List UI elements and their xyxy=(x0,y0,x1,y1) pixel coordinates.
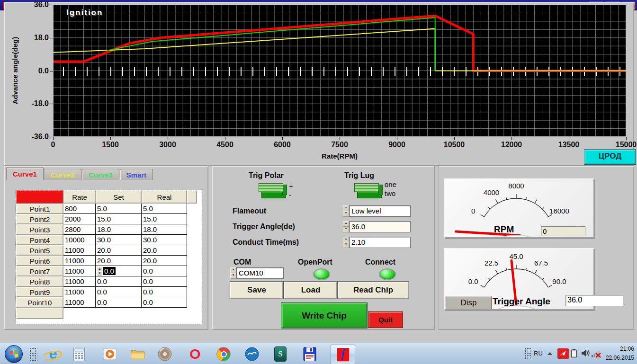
ignition-chart-plot xyxy=(53,5,626,137)
x-tick-label: 7500 xyxy=(331,141,348,149)
table-cell-spacer xyxy=(187,224,197,235)
crod-button[interactable]: ЦРОД xyxy=(584,150,636,164)
table-cell[interactable]: 20.0 xyxy=(142,256,187,266)
column-header[interactable]: Set xyxy=(96,190,142,204)
trig-polar-switch[interactable] xyxy=(259,180,286,199)
table-row: Point9110000.00.0 xyxy=(16,287,202,297)
download-manager-tray-icon[interactable] xyxy=(557,348,569,361)
row-select-header[interactable] xyxy=(16,190,63,204)
tab-curve2[interactable]: Curve2 xyxy=(44,169,81,180)
conduct-time-input[interactable]: 2.10 xyxy=(349,237,411,248)
table-header-row: RateSetReal xyxy=(16,190,202,204)
table-cell[interactable]: 15.0 xyxy=(96,214,142,224)
start-button[interactable] xyxy=(4,345,24,363)
openoffice-icon[interactable] xyxy=(243,345,260,363)
file-explorer-icon[interactable] xyxy=(129,345,146,363)
internet-explorer-icon[interactable]: e xyxy=(45,345,62,363)
gauge-panel: 04000800016000 RPM 0 0.022.545.067.590.0… xyxy=(438,166,634,330)
flameout-spinner[interactable]: ▲▼ xyxy=(343,205,349,217)
trig-lug-switch[interactable] xyxy=(354,180,382,199)
table-cell[interactable]: 0.0 xyxy=(142,276,187,287)
gauge-tick-label: 22.5 xyxy=(484,259,498,267)
row-header-point3[interactable]: Point3 xyxy=(16,224,63,235)
tab-curve3[interactable]: Curve3 xyxy=(82,169,119,180)
opera-icon[interactable]: O xyxy=(187,345,204,363)
volume-tray-icon[interactable] xyxy=(581,348,591,360)
floppy-save-icon[interactable] xyxy=(301,345,318,363)
media-player-icon[interactable] xyxy=(101,345,118,363)
save-button[interactable]: Save xyxy=(230,282,283,299)
table-cell[interactable]: 20.0 xyxy=(96,256,142,266)
com-spinner[interactable]: ▲▼ xyxy=(230,267,236,279)
table-cell[interactable]: ▲▼0.0 xyxy=(96,266,142,276)
selected-cell-value[interactable]: 0.0 xyxy=(103,267,116,275)
tab-smart[interactable]: Smart xyxy=(120,169,153,180)
table-cell[interactable]: 15.0 xyxy=(142,214,187,224)
row-header-point2[interactable]: Point2 xyxy=(16,214,63,224)
table-cell[interactable]: 30.0 xyxy=(96,235,142,245)
column-header[interactable] xyxy=(187,190,197,204)
table-cell[interactable]: 10000 xyxy=(63,235,96,245)
cell-spinner[interactable]: ▲▼ xyxy=(97,267,102,275)
table-cell[interactable]: 0.0 xyxy=(142,297,187,308)
table-cell[interactable]: 20.0 xyxy=(96,245,142,256)
row-header-point7[interactable]: Point7 xyxy=(16,266,63,276)
table-cell[interactable]: 5.0 xyxy=(142,204,187,214)
row-header-point6[interactable]: Point6 xyxy=(16,256,63,266)
row-header-point8[interactable]: Point8 xyxy=(16,276,63,287)
disp-button[interactable]: Disp xyxy=(445,296,492,310)
table-cell[interactable]: 800 xyxy=(63,204,96,214)
com-label: COM xyxy=(233,258,251,266)
read-chip-button[interactable]: Read Chip xyxy=(338,282,409,299)
tab-curve1[interactable]: Curve1 xyxy=(6,167,44,180)
table-cell[interactable]: 20.0 xyxy=(142,245,187,256)
table-cell[interactable]: 11000 xyxy=(63,297,96,308)
row-header-empty[interactable] xyxy=(16,308,63,319)
table-cell[interactable]: 0.0 xyxy=(142,266,187,276)
disc-burner-icon[interactable] xyxy=(156,345,173,363)
write-chip-button[interactable]: Write Chip xyxy=(281,303,367,328)
tray-time: 21:06 xyxy=(592,345,634,354)
trigger-angle-spinner[interactable]: ▲▼ xyxy=(343,221,349,232)
show-hidden-icons-button[interactable] xyxy=(547,352,552,355)
calculator-icon[interactable] xyxy=(71,345,88,363)
load-button[interactable]: Load xyxy=(284,282,337,299)
table-cell[interactable]: 0.0 xyxy=(142,287,187,297)
row-header-point5[interactable]: Point5 xyxy=(16,245,63,256)
chrome-icon[interactable] xyxy=(215,345,232,363)
table-cell[interactable]: 11000 xyxy=(63,245,96,256)
row-header-point1[interactable]: Point1 xyxy=(16,204,63,214)
table-cell[interactable]: 18.0 xyxy=(142,224,187,235)
language-indicator[interactable]: RU xyxy=(534,350,543,357)
teal-app-icon[interactable]: S xyxy=(272,345,289,363)
table-cell[interactable]: 0.0 xyxy=(96,276,142,287)
table-cell[interactable]: 2000 xyxy=(63,214,96,224)
battery-tray-icon[interactable] xyxy=(571,348,577,360)
row-header-point10[interactable]: Point10 xyxy=(16,297,63,308)
table-cell[interactable]: 18.0 xyxy=(96,224,142,235)
row-header-point4[interactable]: Point4 xyxy=(16,235,63,245)
table-cell[interactable]: 11000 xyxy=(63,266,96,276)
table-cell[interactable]: 11000 xyxy=(63,256,96,266)
table-cell[interactable]: 2800 xyxy=(63,224,96,235)
flameout-input[interactable]: Low level xyxy=(349,205,411,217)
trigger-angle-input[interactable]: 36.0 xyxy=(349,221,411,232)
table-cell[interactable]: 0.0 xyxy=(96,297,142,308)
x-tick-label: 0 xyxy=(51,141,55,149)
row-header-point9[interactable]: Point9 xyxy=(16,287,63,297)
table-cell[interactable]: 0.0 xyxy=(96,287,142,297)
table-cell-spacer xyxy=(187,276,197,287)
com-port-input[interactable]: COM10 xyxy=(236,267,284,279)
conduct-time-spinner[interactable]: ▲▼ xyxy=(343,237,349,248)
table-cell[interactable]: 11000 xyxy=(63,276,96,287)
quit-button[interactable]: Quit xyxy=(368,312,403,328)
table-row: Point10110000.00.0 xyxy=(16,297,202,308)
active-app-taskbar-button[interactable]: f xyxy=(331,345,355,364)
x-tick-label: 6000 xyxy=(274,141,291,149)
table-cell[interactable]: 11000 xyxy=(63,287,96,297)
column-header[interactable]: Real xyxy=(142,190,187,204)
table-cell[interactable]: 30.0 xyxy=(142,235,187,245)
table-cell[interactable]: 5.0 xyxy=(96,204,142,214)
tray-clock[interactable]: 21:06 22.06.2015 xyxy=(592,345,634,363)
column-header[interactable]: Rate xyxy=(63,190,96,204)
